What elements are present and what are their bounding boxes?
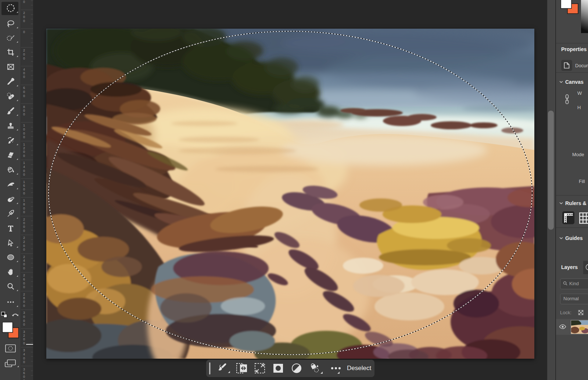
- svg-text:0: 0: [23, 341, 25, 345]
- svg-text:0: 0: [23, 94, 25, 98]
- svg-text:0: 0: [23, 112, 25, 116]
- svg-text:1: 1: [23, 180, 25, 184]
- svg-text:1: 1: [23, 123, 25, 127]
- svg-text:0: 0: [23, 210, 25, 214]
- svg-text:0: 0: [23, 221, 25, 225]
- svg-text:0: 0: [23, 323, 25, 326]
- svg-text:0: 0: [23, 132, 25, 135]
- svg-text:0: 0: [23, 356, 25, 360]
- svg-text:6: 6: [23, 86, 25, 90]
- svg-text:3: 3: [23, 330, 25, 334]
- svg-text:0: 0: [23, 71, 25, 75]
- svg-text:2: 2: [23, 240, 25, 244]
- svg-text:0: 0: [23, 57, 25, 60]
- svg-text:2: 2: [23, 334, 25, 337]
- svg-text:1: 1: [23, 143, 25, 146]
- svg-text:2: 2: [23, 293, 25, 296]
- svg-text:0: 0: [23, 128, 25, 131]
- svg-text:2: 2: [23, 236, 25, 240]
- svg-text:2: 2: [23, 255, 25, 259]
- svg-text:2: 2: [23, 146, 25, 150]
- svg-text:6: 6: [23, 277, 25, 281]
- svg-text:0: 0: [23, 207, 25, 210]
- svg-text:2: 2: [23, 273, 25, 277]
- svg-text:2: 2: [23, 11, 25, 15]
- svg-text:0: 0: [23, 266, 25, 270]
- svg-text:0: 0: [23, 262, 25, 266]
- svg-text:8: 8: [23, 105, 25, 109]
- svg-text:8: 8: [23, 202, 25, 206]
- svg-text:3: 3: [23, 348, 25, 352]
- svg-text:4: 4: [23, 165, 25, 169]
- svg-text:0: 0: [23, 154, 25, 158]
- svg-text:0: 0: [23, 282, 25, 285]
- svg-text:6: 6: [23, 371, 25, 375]
- svg-text:1: 1: [23, 198, 25, 202]
- svg-text:0: 0: [23, 15, 25, 19]
- svg-text:3: 3: [23, 368, 25, 371]
- svg-text:1: 1: [23, 161, 25, 165]
- svg-text:0: 0: [23, 53, 25, 56]
- svg-text:0: 0: [23, 315, 25, 319]
- svg-text:0: 0: [23, 225, 25, 229]
- svg-text:0: 0: [23, 191, 25, 195]
- svg-text:0: 0: [23, 0, 25, 4]
- svg-text:3: 3: [23, 311, 25, 315]
- svg-text:0: 0: [23, 109, 25, 112]
- svg-text:0: 0: [23, 135, 25, 139]
- svg-text:0: 0: [23, 248, 25, 251]
- svg-text:4: 4: [23, 352, 25, 356]
- svg-text:0: 0: [23, 244, 25, 248]
- svg-text:0: 0: [23, 304, 25, 308]
- svg-text:4: 4: [23, 259, 25, 262]
- svg-text:4: 4: [23, 68, 25, 71]
- svg-text:0: 0: [23, 300, 25, 304]
- svg-text:0: 0: [23, 187, 25, 191]
- svg-text:2: 2: [23, 218, 25, 221]
- svg-text:0: 0: [23, 19, 25, 23]
- svg-text:0: 0: [23, 150, 25, 154]
- svg-text:0: 0: [23, 30, 25, 34]
- svg-text:0: 0: [23, 319, 25, 323]
- svg-text:0: 0: [23, 375, 25, 379]
- svg-text:0: 0: [23, 169, 25, 173]
- svg-text:0: 0: [23, 90, 25, 94]
- svg-text:2: 2: [23, 49, 25, 52]
- svg-text:0: 0: [23, 337, 25, 341]
- svg-text:0: 0: [23, 75, 25, 79]
- svg-text:0: 0: [23, 173, 25, 176]
- svg-text:0: 0: [23, 229, 25, 233]
- svg-text:0: 0: [23, 285, 25, 289]
- svg-text:8: 8: [23, 296, 25, 300]
- svg-text:0: 0: [23, 360, 25, 364]
- svg-text:6: 6: [23, 184, 25, 187]
